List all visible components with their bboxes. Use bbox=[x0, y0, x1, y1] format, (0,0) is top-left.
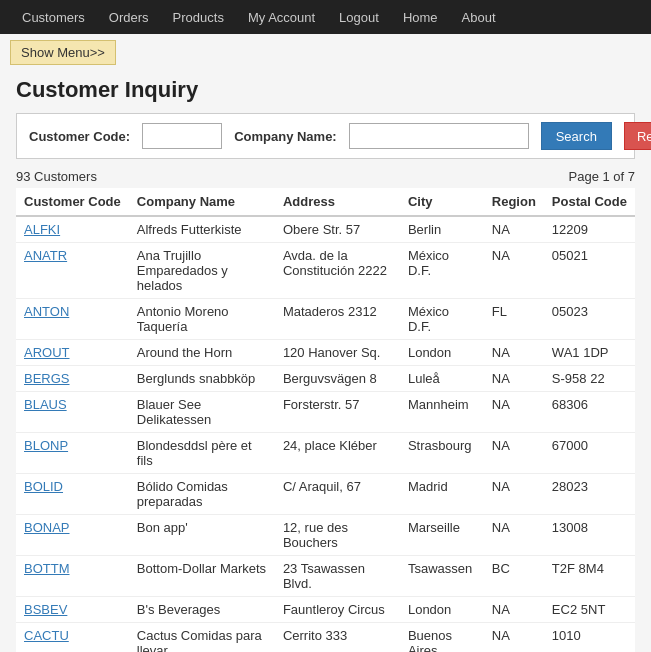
customer-code-cell: BLONP bbox=[16, 433, 129, 474]
address-cell: 24, place Kléber bbox=[275, 433, 400, 474]
company-cell: Alfreds Futterkiste bbox=[129, 216, 275, 243]
address-cell: Cerrito 333 bbox=[275, 623, 400, 653]
postal-cell: 13008 bbox=[544, 515, 635, 556]
table-row: BLONPBlondesddsl père et fils24, place K… bbox=[16, 433, 635, 474]
nav-item-orders[interactable]: Orders bbox=[97, 2, 161, 33]
city-cell: Madrid bbox=[400, 474, 484, 515]
address-cell: 120 Hanover Sq. bbox=[275, 340, 400, 366]
customer-code-link[interactable]: BONAP bbox=[24, 520, 70, 535]
region-cell: BC bbox=[484, 556, 544, 597]
postal-cell: 05023 bbox=[544, 299, 635, 340]
column-header-city: City bbox=[400, 188, 484, 216]
region-cell: NA bbox=[484, 243, 544, 299]
company-name-label: Company Name: bbox=[234, 129, 337, 144]
address-cell: Berguvsvägen 8 bbox=[275, 366, 400, 392]
customer-code-cell: BOTTM bbox=[16, 556, 129, 597]
column-header-postal-code: Postal Code bbox=[544, 188, 635, 216]
customer-code-link[interactable]: BOLID bbox=[24, 479, 63, 494]
postal-cell: 1010 bbox=[544, 623, 635, 653]
customer-code-link[interactable]: BLAUS bbox=[24, 397, 67, 412]
table-row: BONAPBon app'12, rue des BouchersMarseil… bbox=[16, 515, 635, 556]
customer-code-cell: AROUT bbox=[16, 340, 129, 366]
column-header-region: Region bbox=[484, 188, 544, 216]
customer-code-label: Customer Code: bbox=[29, 129, 130, 144]
region-cell: FL bbox=[484, 299, 544, 340]
customer-code-link[interactable]: ALFKI bbox=[24, 222, 60, 237]
column-header-company-name: Company Name bbox=[129, 188, 275, 216]
table-body: ALFKIAlfreds FutterkisteObere Str. 57Ber… bbox=[16, 216, 635, 652]
search-form: Customer Code: Company Name: Search Rese… bbox=[16, 113, 635, 159]
address-cell: C/ Araquil, 67 bbox=[275, 474, 400, 515]
total-customers: 93 Customers bbox=[16, 169, 97, 184]
city-cell: Mannheim bbox=[400, 392, 484, 433]
city-cell: Berlin bbox=[400, 216, 484, 243]
postal-cell: WA1 1DP bbox=[544, 340, 635, 366]
customer-code-link[interactable]: BOTTM bbox=[24, 561, 70, 576]
region-cell: NA bbox=[484, 340, 544, 366]
nav-item-logout[interactable]: Logout bbox=[327, 2, 391, 33]
region-cell: NA bbox=[484, 474, 544, 515]
region-cell: NA bbox=[484, 433, 544, 474]
table-row: ANTONAntonio Moreno TaqueríaMataderos 23… bbox=[16, 299, 635, 340]
city-cell: London bbox=[400, 597, 484, 623]
show-menu-button[interactable]: Show Menu>> bbox=[10, 40, 116, 65]
table-row: ALFKIAlfreds FutterkisteObere Str. 57Ber… bbox=[16, 216, 635, 243]
region-cell: NA bbox=[484, 392, 544, 433]
customer-code-input[interactable] bbox=[142, 123, 222, 149]
company-name-input[interactable] bbox=[349, 123, 529, 149]
address-cell: 12, rue des Bouchers bbox=[275, 515, 400, 556]
company-cell: Berglunds snabbköp bbox=[129, 366, 275, 392]
company-cell: B's Beverages bbox=[129, 597, 275, 623]
nav-item-my-account[interactable]: My Account bbox=[236, 2, 327, 33]
reset-button[interactable]: Reset bbox=[624, 122, 651, 150]
postal-cell: 68306 bbox=[544, 392, 635, 433]
customer-code-link[interactable]: BLONP bbox=[24, 438, 68, 453]
company-cell: Cactus Comidas para llevar bbox=[129, 623, 275, 653]
customer-code-link[interactable]: ANTON bbox=[24, 304, 69, 319]
address-cell: Obere Str. 57 bbox=[275, 216, 400, 243]
customer-code-cell: ANATR bbox=[16, 243, 129, 299]
table-row: BSBEVB's BeveragesFauntleroy CircusLondo… bbox=[16, 597, 635, 623]
table-row: BERGSBerglunds snabbköpBerguvsvägen 8Lul… bbox=[16, 366, 635, 392]
address-cell: Mataderos 2312 bbox=[275, 299, 400, 340]
customer-code-cell: ANTON bbox=[16, 299, 129, 340]
customers-table-container: Customer CodeCompany NameAddressCityRegi… bbox=[16, 188, 635, 652]
nav-item-about[interactable]: About bbox=[450, 2, 508, 33]
customer-code-cell: ALFKI bbox=[16, 216, 129, 243]
column-header-address: Address bbox=[275, 188, 400, 216]
region-cell: NA bbox=[484, 597, 544, 623]
address-cell: Fauntleroy Circus bbox=[275, 597, 400, 623]
address-cell: 23 Tsawassen Blvd. bbox=[275, 556, 400, 597]
column-header-customer-code: Customer Code bbox=[16, 188, 129, 216]
nav-item-home[interactable]: Home bbox=[391, 2, 450, 33]
nav-item-products[interactable]: Products bbox=[161, 2, 236, 33]
table-header: Customer CodeCompany NameAddressCityRegi… bbox=[16, 188, 635, 216]
customer-code-cell: BERGS bbox=[16, 366, 129, 392]
city-cell: London bbox=[400, 340, 484, 366]
region-cell: NA bbox=[484, 623, 544, 653]
customer-code-link[interactable]: AROUT bbox=[24, 345, 70, 360]
city-cell: Buenos Aires bbox=[400, 623, 484, 653]
company-cell: Around the Horn bbox=[129, 340, 275, 366]
city-cell: Luleå bbox=[400, 366, 484, 392]
customer-code-cell: BSBEV bbox=[16, 597, 129, 623]
postal-cell: 67000 bbox=[544, 433, 635, 474]
customer-code-link[interactable]: BSBEV bbox=[24, 602, 67, 617]
customer-code-cell: BLAUS bbox=[16, 392, 129, 433]
customer-code-link[interactable]: CACTU bbox=[24, 628, 69, 643]
customer-code-link[interactable]: ANATR bbox=[24, 248, 67, 263]
company-cell: Ana Trujillo Emparedados y helados bbox=[129, 243, 275, 299]
table-row: CACTUCactus Comidas para llevarCerrito 3… bbox=[16, 623, 635, 653]
city-cell: Tsawassen bbox=[400, 556, 484, 597]
city-cell: Marseille bbox=[400, 515, 484, 556]
page-title: Customer Inquiry bbox=[16, 77, 635, 103]
postal-cell: 28023 bbox=[544, 474, 635, 515]
table-row: BLAUSBlauer See DelikatessenForsterstr. … bbox=[16, 392, 635, 433]
nav-item-customers[interactable]: Customers bbox=[10, 2, 97, 33]
customer-code-cell: CACTU bbox=[16, 623, 129, 653]
postal-cell: S-958 22 bbox=[544, 366, 635, 392]
address-cell: Forsterstr. 57 bbox=[275, 392, 400, 433]
main-nav: CustomersOrdersProductsMy AccountLogoutH… bbox=[0, 0, 651, 34]
customer-code-link[interactable]: BERGS bbox=[24, 371, 70, 386]
search-button[interactable]: Search bbox=[541, 122, 612, 150]
